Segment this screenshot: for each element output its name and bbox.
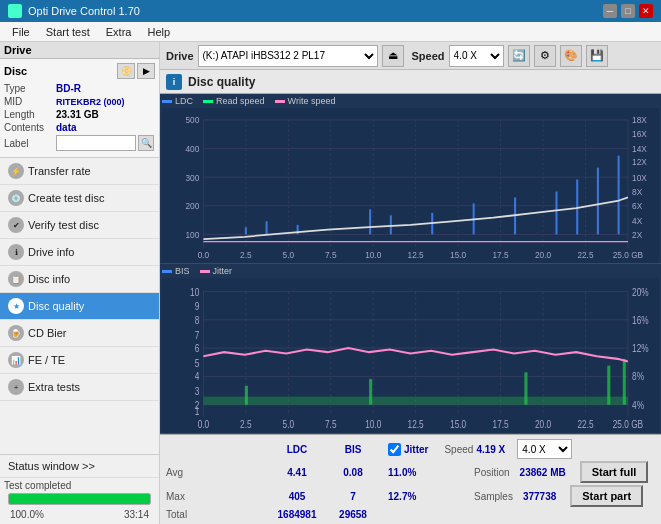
svg-text:500: 500 [185,115,199,126]
svg-text:10.0: 10.0 [365,250,381,261]
bis-col-header: BIS [328,444,378,455]
menu-start-test[interactable]: Start test [38,24,98,40]
ldc-total: 1684981 [272,509,322,520]
jitter-legend-label: Jitter [213,266,233,276]
svg-text:3: 3 [195,385,200,397]
jitter-legend-dot [200,270,210,273]
sidebar-item-extra-tests[interactable]: + Extra tests [0,374,159,401]
length-value: 23.31 GB [56,109,99,120]
svg-rect-43 [266,221,268,234]
svg-text:5.0: 5.0 [283,418,295,430]
test-completed-label: Test completed [4,480,155,491]
create-test-icon: 💿 [8,190,24,206]
eject-icon[interactable]: ⏏ [382,45,404,67]
sidebar-item-transfer-rate[interactable]: ⚡ Transfer rate [0,158,159,185]
disc-info-label: Disc info [28,273,70,285]
bis-legend-dot [162,270,172,273]
bottom-chart-legend: BIS Jitter [162,266,659,276]
minimize-button[interactable]: ─ [603,4,617,18]
svg-text:9: 9 [195,300,200,312]
svg-text:10X: 10X [632,172,647,183]
svg-text:4: 4 [195,370,200,382]
disc-info-icon: 📋 [8,271,24,287]
type-value: BD-R [56,83,81,94]
contents-value: data [56,122,77,133]
palette-icon[interactable]: 🎨 [560,45,582,67]
svg-text:12.5: 12.5 [408,250,424,261]
svg-rect-50 [555,191,557,234]
svg-rect-46 [390,215,392,234]
svg-text:12X: 12X [632,157,647,168]
menu-extra[interactable]: Extra [98,24,140,40]
app-icon [8,4,22,18]
start-part-button[interactable]: Start part [570,485,643,507]
status-window-label: Status window >> [8,460,95,472]
ldc-legend-label: LDC [175,96,193,106]
sidebar-item-create-test-disc[interactable]: 💿 Create test disc [0,185,159,212]
label-button[interactable]: 🔍 [138,135,154,151]
svg-text:400: 400 [185,144,199,155]
speed-toolbar-label: Speed [412,50,445,62]
disc-quality-header: i Disc quality [160,70,661,94]
speed-val-display: 4.19 X [476,444,505,455]
stats-avg-row: Avg 4.41 0.08 11.0% Position 23862 MB St… [166,461,655,483]
menu-help[interactable]: Help [139,24,178,40]
svg-text:1: 1 [195,405,200,417]
svg-text:300: 300 [185,172,199,183]
start-full-button[interactable]: Start full [580,461,649,483]
cd-bier-icon: 🍺 [8,325,24,341]
stats-max-row: Max 405 7 12.7% Samples 377738 Start par… [166,485,655,507]
label-input[interactable] [56,135,136,151]
bis-legend-label: BIS [175,266,190,276]
svg-text:0.0: 0.0 [198,418,210,430]
drive-selector[interactable]: (K:) ATAPI iHBS312 2 PL17 [198,45,378,67]
sidebar-item-cd-bier[interactable]: 🍺 CD Bier [0,320,159,347]
sidebar-item-disc-info[interactable]: 📋 Disc info [0,266,159,293]
bis-avg: 0.08 [328,467,378,478]
length-label: Length [4,109,56,120]
svg-text:12.5: 12.5 [408,418,424,430]
svg-text:0.0: 0.0 [198,250,210,261]
speed-selector[interactable]: 4.0 X [449,45,504,67]
refresh-icon[interactable]: 🔄 [508,45,530,67]
svg-text:2X: 2X [632,229,642,240]
close-button[interactable]: ✕ [639,4,653,18]
svg-text:20.0: 20.0 [535,250,551,261]
disc-quality-header-icon: i [166,74,182,90]
maximize-button[interactable]: □ [621,4,635,18]
app-title: Opti Drive Control 1.70 [28,5,140,17]
svg-text:2.5: 2.5 [240,250,252,261]
speed-unit-selector[interactable]: 4.0 X [517,439,572,459]
svg-text:17.5: 17.5 [493,250,509,261]
fe-te-icon: 📊 [8,352,24,368]
svg-rect-100 [524,372,527,404]
settings-icon[interactable]: ⚙ [534,45,556,67]
disc-icon-2[interactable]: ▶ [137,63,155,79]
svg-text:200: 200 [185,201,199,212]
jitter-max: 12.7% [388,491,458,502]
jitter-checkbox[interactable] [388,443,401,456]
write-legend-label: Write speed [288,96,336,106]
verify-test-icon: ✔ [8,217,24,233]
top-chart-area: LDC Read speed Write speed [160,94,661,264]
svg-text:15.0: 15.0 [450,250,466,261]
drive-label: Drive [4,44,32,56]
save-icon[interactable]: 💾 [586,45,608,67]
sidebar-item-disc-quality[interactable]: ★ Disc quality [0,293,159,320]
svg-text:8: 8 [195,314,200,326]
sidebar-item-fe-te[interactable]: 📊 FE / TE [0,347,159,374]
disc-icon-1[interactable]: 📀 [117,63,135,79]
svg-rect-101 [607,366,610,405]
sidebar-item-drive-info[interactable]: ℹ Drive info [0,239,159,266]
cd-bier-label: CD Bier [28,327,67,339]
drive-toolbar-label: Drive [166,50,194,62]
disc-title: Disc [4,65,27,77]
sidebar-item-verify-test-disc[interactable]: ✔ Verify test disc [0,212,159,239]
svg-rect-53 [618,156,620,235]
bis-max: 7 [328,491,378,502]
samples-label: Samples [474,491,513,502]
status-window-item[interactable]: Status window >> [0,455,159,478]
menu-file[interactable]: File [4,24,38,40]
svg-text:14X: 14X [632,144,647,155]
sidebar: Drive Disc 📀 ▶ Type BD-R MID RITEKBR2 (0… [0,42,160,524]
